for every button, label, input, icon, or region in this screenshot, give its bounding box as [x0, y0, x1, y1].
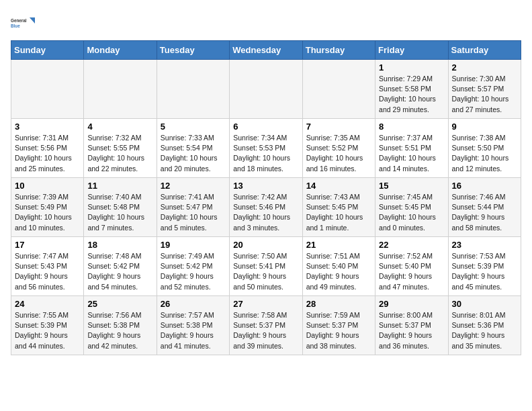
day-info: Sunrise: 7:33 AM Sunset: 5:54 PM Dayligh… — [161, 134, 218, 173]
day-info: Sunrise: 7:57 AM Sunset: 5:38 PM Dayligh… — [161, 311, 214, 350]
day-info: Sunrise: 7:40 AM Sunset: 5:48 PM Dayligh… — [87, 193, 144, 232]
day-info: Sunrise: 7:29 AM Sunset: 5:58 PM Dayligh… — [379, 75, 436, 113]
day-info: Sunrise: 7:41 AM Sunset: 5:47 PM Dayligh… — [161, 193, 218, 232]
day-cell: 11Sunrise: 7:40 AM Sunset: 5:48 PM Dayli… — [84, 178, 157, 237]
day-number: 26 — [161, 299, 226, 309]
day-number: 19 — [161, 240, 226, 250]
day-cell: 7Sunrise: 7:35 AM Sunset: 5:52 PM Daylig… — [302, 119, 375, 178]
day-info: Sunrise: 7:52 AM Sunset: 5:40 PM Dayligh… — [379, 252, 433, 291]
day-cell: 29Sunrise: 8:00 AM Sunset: 5:37 PM Dayli… — [375, 296, 448, 355]
day-cell: 19Sunrise: 7:49 AM Sunset: 5:42 PM Dayli… — [157, 237, 229, 296]
day-info: Sunrise: 7:39 AM Sunset: 5:49 PM Dayligh… — [15, 193, 72, 232]
day-info: Sunrise: 7:58 AM Sunset: 5:37 PM Dayligh… — [233, 311, 287, 350]
logo-icon: GeneralBlue — [11, 11, 35, 35]
day-cell: 24Sunrise: 7:55 AM Sunset: 5:39 PM Dayli… — [11, 296, 84, 355]
day-number: 12 — [161, 181, 226, 191]
day-number: 29 — [379, 299, 444, 309]
day-number: 14 — [306, 181, 371, 191]
day-info: Sunrise: 7:31 AM Sunset: 5:56 PM Dayligh… — [15, 134, 72, 173]
day-cell — [157, 60, 229, 119]
week-row-2: 3Sunrise: 7:31 AM Sunset: 5:56 PM Daylig… — [11, 119, 521, 178]
week-row-4: 17Sunrise: 7:47 AM Sunset: 5:43 PM Dayli… — [11, 237, 521, 296]
day-cell: 10Sunrise: 7:39 AM Sunset: 5:49 PM Dayli… — [11, 178, 84, 237]
day-cell — [230, 60, 302, 119]
day-cell: 26Sunrise: 7:57 AM Sunset: 5:38 PM Dayli… — [157, 296, 229, 355]
day-info: Sunrise: 8:00 AM Sunset: 5:37 PM Dayligh… — [379, 311, 433, 350]
day-info: Sunrise: 7:56 AM Sunset: 5:38 PM Dayligh… — [87, 311, 141, 350]
day-number: 7 — [306, 122, 371, 132]
day-cell: 8Sunrise: 7:37 AM Sunset: 5:51 PM Daylig… — [375, 119, 448, 178]
day-number: 17 — [15, 240, 80, 250]
day-number: 2 — [452, 62, 517, 73]
day-info: Sunrise: 7:59 AM Sunset: 5:37 PM Dayligh… — [306, 311, 360, 350]
day-cell: 9Sunrise: 7:38 AM Sunset: 5:50 PM Daylig… — [448, 119, 521, 178]
header-cell-saturday: Saturday — [448, 41, 521, 60]
day-cell: 14Sunrise: 7:43 AM Sunset: 5:45 PM Dayli… — [302, 178, 375, 237]
day-number: 30 — [452, 299, 517, 309]
day-number: 13 — [233, 181, 298, 191]
day-cell — [84, 60, 157, 119]
day-cell: 17Sunrise: 7:47 AM Sunset: 5:43 PM Dayli… — [11, 237, 84, 296]
day-cell — [302, 60, 375, 119]
week-row-3: 10Sunrise: 7:39 AM Sunset: 5:49 PM Dayli… — [11, 178, 521, 237]
header-cell-tuesday: Tuesday — [157, 41, 229, 60]
day-info: Sunrise: 7:47 AM Sunset: 5:43 PM Dayligh… — [15, 252, 69, 291]
day-cell: 21Sunrise: 7:51 AM Sunset: 5:40 PM Dayli… — [302, 237, 375, 296]
day-cell: 13Sunrise: 7:42 AM Sunset: 5:46 PM Dayli… — [230, 178, 302, 237]
header-row: SundayMondayTuesdayWednesdayThursdayFrid… — [11, 41, 521, 60]
day-cell: 1Sunrise: 7:29 AM Sunset: 5:58 PM Daylig… — [375, 60, 448, 119]
logo: GeneralBlue — [11, 11, 35, 35]
day-info: Sunrise: 7:49 AM Sunset: 5:42 PM Dayligh… — [161, 252, 214, 291]
day-number: 15 — [379, 181, 444, 191]
header-cell-monday: Monday — [84, 41, 157, 60]
day-number: 1 — [379, 62, 444, 73]
day-info: Sunrise: 7:50 AM Sunset: 5:41 PM Dayligh… — [233, 252, 287, 291]
day-cell: 27Sunrise: 7:58 AM Sunset: 5:37 PM Dayli… — [230, 296, 302, 355]
day-number: 6 — [233, 122, 298, 132]
day-cell: 20Sunrise: 7:50 AM Sunset: 5:41 PM Dayli… — [230, 237, 302, 296]
day-number: 16 — [452, 181, 517, 191]
day-number: 25 — [87, 299, 152, 309]
day-number: 28 — [306, 299, 371, 309]
svg-text:Blue: Blue — [11, 24, 20, 28]
day-info: Sunrise: 7:32 AM Sunset: 5:55 PM Dayligh… — [87, 134, 144, 173]
day-info: Sunrise: 7:53 AM Sunset: 5:39 PM Dayligh… — [452, 252, 506, 291]
day-number: 11 — [87, 181, 152, 191]
day-cell: 22Sunrise: 7:52 AM Sunset: 5:40 PM Dayli… — [375, 237, 448, 296]
day-number: 20 — [233, 240, 298, 250]
day-number: 9 — [452, 122, 517, 132]
day-info: Sunrise: 7:48 AM Sunset: 5:42 PM Dayligh… — [87, 252, 141, 291]
day-number: 4 — [87, 122, 152, 132]
day-info: Sunrise: 7:35 AM Sunset: 5:52 PM Dayligh… — [306, 134, 363, 173]
day-number: 10 — [15, 181, 80, 191]
day-info: Sunrise: 7:55 AM Sunset: 5:39 PM Dayligh… — [15, 311, 69, 350]
header-cell-friday: Friday — [375, 41, 448, 60]
day-cell: 23Sunrise: 7:53 AM Sunset: 5:39 PM Dayli… — [448, 237, 521, 296]
week-row-1: 1Sunrise: 7:29 AM Sunset: 5:58 PM Daylig… — [11, 60, 521, 119]
day-number: 3 — [15, 122, 80, 132]
day-number: 8 — [379, 122, 444, 132]
day-cell: 25Sunrise: 7:56 AM Sunset: 5:38 PM Dayli… — [84, 296, 157, 355]
day-info: Sunrise: 7:45 AM Sunset: 5:45 PM Dayligh… — [379, 193, 436, 232]
day-info: Sunrise: 8:01 AM Sunset: 5:36 PM Dayligh… — [452, 311, 506, 350]
day-cell: 6Sunrise: 7:34 AM Sunset: 5:53 PM Daylig… — [230, 119, 302, 178]
day-info: Sunrise: 7:34 AM Sunset: 5:53 PM Dayligh… — [233, 134, 290, 173]
calendar-table: SundayMondayTuesdayWednesdayThursdayFrid… — [11, 40, 521, 355]
header-cell-thursday: Thursday — [302, 41, 375, 60]
day-info: Sunrise: 7:38 AM Sunset: 5:50 PM Dayligh… — [452, 134, 509, 173]
day-cell: 28Sunrise: 7:59 AM Sunset: 5:37 PM Dayli… — [302, 296, 375, 355]
day-number: 5 — [161, 122, 226, 132]
day-number: 21 — [306, 240, 371, 250]
week-row-5: 24Sunrise: 7:55 AM Sunset: 5:39 PM Dayli… — [11, 296, 521, 355]
header-cell-wednesday: Wednesday — [230, 41, 302, 60]
day-cell — [11, 60, 84, 119]
day-number: 22 — [379, 240, 444, 250]
day-info: Sunrise: 7:43 AM Sunset: 5:45 PM Dayligh… — [306, 193, 363, 232]
day-info: Sunrise: 7:30 AM Sunset: 5:57 PM Dayligh… — [452, 75, 509, 113]
day-cell: 15Sunrise: 7:45 AM Sunset: 5:45 PM Dayli… — [375, 178, 448, 237]
day-cell: 2Sunrise: 7:30 AM Sunset: 5:57 PM Daylig… — [448, 60, 521, 119]
day-cell: 18Sunrise: 7:48 AM Sunset: 5:42 PM Dayli… — [84, 237, 157, 296]
day-number: 18 — [87, 240, 152, 250]
day-cell: 12Sunrise: 7:41 AM Sunset: 5:47 PM Dayli… — [157, 178, 229, 237]
day-info: Sunrise: 7:46 AM Sunset: 5:44 PM Dayligh… — [452, 193, 506, 232]
